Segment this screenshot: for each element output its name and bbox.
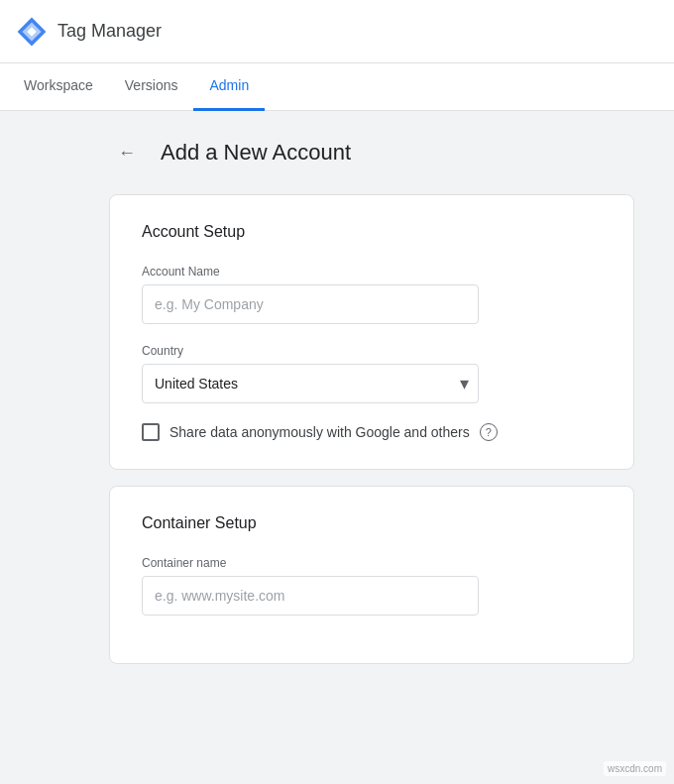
share-data-label: Share data anonymously with Google and o… bbox=[169, 424, 470, 440]
main-content: ← Add a New Account Account Setup Accoun… bbox=[0, 111, 674, 784]
share-data-checkbox[interactable] bbox=[142, 423, 160, 441]
app-title: Tag Manager bbox=[57, 21, 162, 42]
back-icon: ← bbox=[118, 143, 136, 164]
nav-workspace[interactable]: Workspace bbox=[8, 63, 109, 111]
account-name-group: Account Name bbox=[142, 265, 602, 324]
container-setup-title: Container Setup bbox=[142, 514, 602, 532]
country-select[interactable]: United States United Kingdom Canada Aust… bbox=[142, 364, 479, 403]
logo-group: Tag Manager bbox=[16, 16, 162, 48]
watermark: wsxcdn.com bbox=[604, 761, 666, 776]
account-name-label: Account Name bbox=[142, 265, 602, 279]
app-header: Tag Manager bbox=[0, 0, 674, 63]
account-name-input[interactable] bbox=[142, 284, 479, 324]
account-setup-card: Account Setup Account Name Country Unite… bbox=[109, 194, 634, 470]
nav-admin[interactable]: Admin bbox=[193, 63, 265, 111]
help-icon[interactable]: ? bbox=[480, 423, 498, 441]
main-nav: Workspace Versions Admin bbox=[0, 63, 674, 111]
container-setup-card: Container Setup Container name bbox=[109, 486, 634, 664]
country-label: Country bbox=[142, 344, 602, 358]
container-name-group: Container name bbox=[142, 556, 602, 616]
account-setup-title: Account Setup bbox=[142, 223, 602, 241]
nav-versions[interactable]: Versions bbox=[109, 63, 194, 111]
share-data-row: Share data anonymously with Google and o… bbox=[142, 423, 602, 441]
country-select-wrapper: United States United Kingdom Canada Aust… bbox=[142, 364, 479, 403]
country-group: Country United States United Kingdom Can… bbox=[142, 344, 602, 403]
back-button[interactable]: ← bbox=[109, 135, 145, 170]
tag-manager-logo-icon bbox=[16, 16, 48, 48]
container-name-label: Container name bbox=[142, 556, 602, 570]
container-name-input[interactable] bbox=[142, 576, 479, 616]
page-header: ← Add a New Account bbox=[109, 135, 674, 170]
page-title: Add a New Account bbox=[161, 140, 351, 166]
